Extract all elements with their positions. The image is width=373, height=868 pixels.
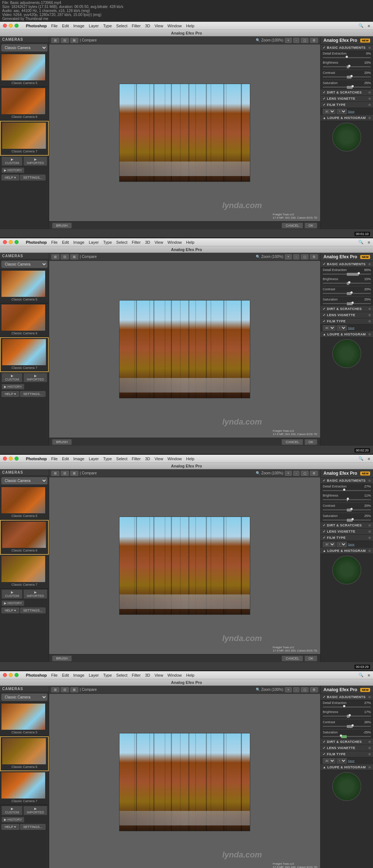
cancel-button-1[interactable]: CANCEL [282,223,303,228]
menu-filter-3[interactable]: Filter [132,457,141,461]
brush-button-2[interactable]: BRUSH [52,439,72,445]
camera-thumb-2-1[interactable]: Classic Camera 5 [0,270,49,303]
vary-select-2[interactable]: Vary [337,325,347,331]
settings-button-1[interactable]: SETTINGS... [20,175,46,180]
help-button-2[interactable]: HELP ▾ [1,391,19,397]
camera-thumb-1-2[interactable]: Classic Camera 6 [0,87,49,121]
film-header-1[interactable]: ✓ FILM TYPE ⚙ [321,102,373,108]
menu-select-4[interactable]: Select [116,673,127,677]
help-button-4[interactable]: HELP ▾ [1,824,19,830]
history-toggle-4[interactable]: ▶ HISTORY [1,817,24,823]
settings-toolbar-1[interactable]: ⚙ [310,38,318,43]
brightness-slider-2[interactable] [323,282,371,285]
menu-help-3[interactable]: Help [186,457,195,461]
film-select-3[interactable]: 3C [323,542,335,547]
custom-toggle-3[interactable]: ▶ CUSTOM [1,589,23,599]
vary-select-4[interactable]: Vary [337,758,347,764]
menu-help-4[interactable]: Help [186,673,195,677]
menu-file-2[interactable]: File [51,240,58,244]
save-link-1[interactable]: Save [348,110,354,113]
fit-btn-4[interactable]: ◻ [301,687,309,692]
menu-filter-2[interactable]: Filter [132,240,141,244]
detail-thumb-3[interactable] [343,489,345,491]
menu-layer-3[interactable]: Layer [89,457,99,461]
history-toggle-3[interactable]: ▶ HISTORY [1,600,24,606]
menu-help-2[interactable]: Help [186,240,195,244]
toolbar-btn-3-2[interactable]: ⊟ [61,471,69,476]
canvas-viewport-3[interactable]: lynda.com Freight Train.cr217.9 MP, ISO … [49,477,320,654]
detail-thumb-2[interactable] [358,272,360,274]
camera-dropdown-4[interactable]: Classic Camera [1,694,47,701]
zoom-in-3[interactable]: + [285,471,292,476]
imported-toggle-4[interactable]: ▶ IMPORTED [23,806,47,815]
zoom-out-2[interactable]: - [293,254,299,259]
film-select-1[interactable]: 3C [323,109,335,114]
settings-button-4[interactable]: SETTINGS... [20,824,46,830]
camera-thumb-4-3[interactable]: Classic Camera 7 [0,771,49,805]
brightness-thumb-4[interactable] [349,714,351,716]
menu-window-3[interactable]: Window [168,457,182,461]
history-toggle-2[interactable]: ▶ HISTORY [1,384,24,390]
menu-select-2[interactable]: Select [116,240,127,244]
menu-layer-2[interactable]: Layer [89,240,99,244]
film-header-3[interactable]: ✓ FILM TYPE ⚙ [321,535,373,541]
zoom-out-3[interactable]: - [293,471,299,476]
toolbar-btn-2-3[interactable]: ⊠ [70,254,78,259]
toolbar-btn-4-2[interactable]: ⊟ [61,687,69,692]
minimize-button[interactable] [9,24,13,28]
imported-toggle-1[interactable]: ▶ IMPORTED [23,156,47,166]
menu-edit-4[interactable]: Edit [62,673,69,677]
history-toggle-1[interactable]: ▶ HISTORY [1,167,24,173]
ok-button-2[interactable]: OK [305,439,317,445]
brush-button-3[interactable]: BRUSH [52,656,72,661]
maximize-button-3[interactable] [15,457,19,461]
save-link-4[interactable]: Save [348,759,354,763]
loupe-header-2[interactable]: ▲ LOUPE & HISTOGRAM ⚙ [321,331,373,338]
camera-thumb-2-3[interactable]: Classic Camera 7 [0,337,49,372]
toolbar-btn-2[interactable]: ⊟ [61,38,69,43]
toolbar-btn-3[interactable]: ⊠ [70,38,78,43]
maximize-button-4[interactable] [15,673,19,677]
film-header-2[interactable]: ✓ FILM TYPE ⚙ [321,318,373,324]
detail-slider-2[interactable] [323,273,371,276]
ok-button-1[interactable]: OK [305,223,317,228]
lens-header-2[interactable]: ✓ LENS VIGNETTE ⚙ [321,312,373,318]
cancel-button-3[interactable]: CANCEL [282,656,303,661]
camera-dropdown-3[interactable]: Classic Camera [1,477,47,484]
menu-window[interactable]: Window [168,24,182,28]
menu-help[interactable]: Help [186,24,195,28]
camera-dropdown-2[interactable]: Classic Camera [1,261,47,268]
camera-thumb-3-3[interactable]: Classic Camera 7 [0,555,49,589]
custom-toggle-4[interactable]: ▶ CUSTOM [1,806,23,815]
menu-photoshop[interactable]: Photoshop [26,24,47,28]
toolbar-btn-2-2[interactable]: ⊟ [61,254,69,259]
minimize-button-2[interactable] [9,240,13,244]
basic-adj-header-4[interactable]: ✓ BASIC ADJUSTMENTS ⚙ [321,694,373,700]
menu-select-1[interactable]: Select [116,24,127,28]
camera-select-wrapper-1[interactable]: Classic Camera [0,43,49,53]
saturation-thumb-3[interactable] [352,518,354,520]
contrast-slider-2[interactable] [323,292,371,295]
toolbar-btn-1[interactable]: ⊞ [51,38,59,43]
dirt-header-2[interactable]: ✓ DIRT & SCRATCHES ⚙ [321,306,373,312]
brightness-thumb-3[interactable] [347,498,349,500]
menu-edit-3[interactable]: Edit [62,457,69,461]
imported-toggle-2[interactable]: ▶ IMPORTED [23,373,47,382]
canvas-viewport-1[interactable]: lynda.com Freight Train.cr217.9 MP, ISO … [49,44,320,221]
camera-thumb-3-2[interactable]: Classic Camera 6 [0,520,49,555]
loupe-header-1[interactable]: ▲ LOUPE & HISTOGRAM ⚙ [321,115,373,121]
zoom-in-2[interactable]: + [285,254,292,259]
imported-toggle-3[interactable]: ▶ IMPORTED [23,589,47,599]
dirt-header-3[interactable]: ✓ DIRT & SCRATCHES ⚙ [321,522,373,529]
brightness-slider-1[interactable] [323,65,371,68]
loupe-header-3[interactable]: ▲ LOUPE & HISTOGRAM ⚙ [321,548,373,554]
menu-window-2[interactable]: Window [168,240,182,244]
settings-toolbar-3[interactable]: ⚙ [310,471,318,476]
menu-photoshop-4[interactable]: Photoshop [26,673,47,677]
help-button-1[interactable]: HELP ▾ [1,175,19,180]
camera-thumb-1-1[interactable]: Classic Camera 5 [0,53,49,87]
help-button-3[interactable]: HELP ▾ [1,608,19,613]
settings-button-2[interactable]: SETTINGS... [20,391,46,397]
minimize-button-4[interactable] [9,673,13,677]
dirt-header-4[interactable]: ✓ DIRT & SCRATCHES ⚙ [321,739,373,745]
